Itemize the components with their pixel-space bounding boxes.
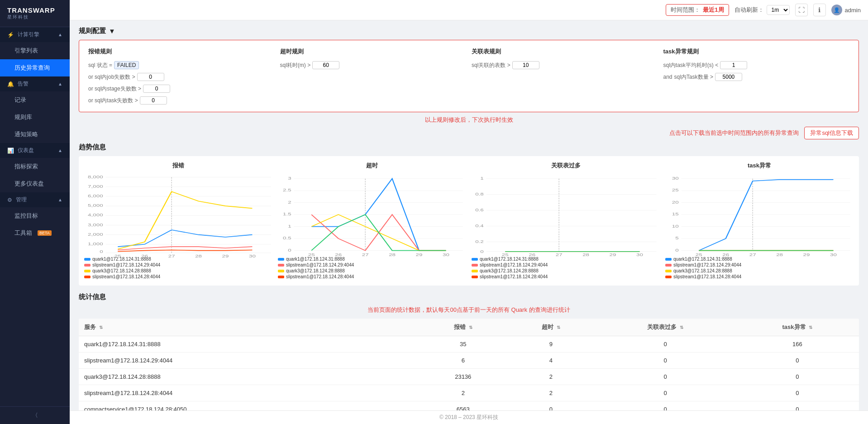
table-row: quark3@172.18.124.28:8888 23136 2 0 0 xyxy=(79,369,859,385)
auto-refresh-select[interactable]: 1m 5m off xyxy=(767,5,790,15)
svg-text:0.8: 0.8 xyxy=(475,191,484,196)
cell-timeout: 2 xyxy=(507,385,595,401)
svg-text:0.4: 0.4 xyxy=(475,223,484,228)
sidebar-item-monitor-target[interactable]: 监控目标 xyxy=(0,207,70,224)
svg-text:0.6: 0.6 xyxy=(475,207,484,212)
error-rule-or3: or sql内task失败数 > xyxy=(88,96,275,105)
col-service[interactable]: 服务 ⇅ xyxy=(79,319,419,336)
task-rule-group: task异常规则 sql内task平均耗时(s) < and sql内Task数… xyxy=(663,48,850,105)
join-chart-title: 关联表过多 xyxy=(472,162,660,170)
avatar: 👤 xyxy=(831,5,842,15)
timeout-input[interactable] xyxy=(312,61,339,69)
cell-service: quark3@172.18.124.28:8888 xyxy=(79,369,419,385)
svg-text:29: 29 xyxy=(610,252,616,257)
timeout-rule-title: 超时规则 xyxy=(280,48,467,56)
sidebar-item-compute-engine[interactable]: ⚡ 计算引擎 ▲ xyxy=(0,27,70,42)
task-input1[interactable] xyxy=(720,61,747,69)
sidebar-item-dashboard[interactable]: 📊 仪表盘 ▲ xyxy=(0,143,70,158)
task-rule-title: task异常规则 xyxy=(663,48,850,56)
sidebar-collapse-button[interactable]: 〈 xyxy=(0,406,70,424)
svg-text:28: 28 xyxy=(389,252,396,257)
sidebar: TRANSWARP 星环科技 ⚡ 计算引擎 ▲ 引擎列表 历史异常查询 🔔 告警… xyxy=(0,0,70,424)
error-rule-group: 报错规则 sql 状态 = FAILED or sql内job失败数 > or … xyxy=(88,48,275,105)
svg-text:29: 29 xyxy=(416,252,423,257)
col-error[interactable]: 报错 ⇅ xyxy=(419,319,507,336)
fullscreen-button[interactable]: ⛶ xyxy=(795,4,808,16)
svg-text:20: 20 xyxy=(672,200,679,205)
sidebar-item-records[interactable]: 记录 xyxy=(0,91,70,109)
cell-error: 23136 xyxy=(419,369,507,385)
sort-icon-error: ⇅ xyxy=(469,325,472,330)
or2-input[interactable] xyxy=(143,85,170,93)
sidebar-item-manage[interactable]: ⚙ 管理 ▲ xyxy=(0,192,70,207)
cell-join: 0 xyxy=(595,401,735,411)
task-label1: sql内task平均耗时(s) < xyxy=(663,62,719,69)
info-button[interactable]: ℹ xyxy=(813,4,826,16)
col-task[interactable]: task异常 ⇅ xyxy=(736,319,859,336)
cell-error: 6563 xyxy=(419,401,507,411)
error-rule-or2: or sql内stage失败数 > xyxy=(88,85,275,93)
cell-join: 0 xyxy=(595,369,735,385)
sidebar-item-engine-list[interactable]: 引擎列表 xyxy=(0,42,70,59)
svg-text:28: 28 xyxy=(195,253,202,258)
cell-error: 35 xyxy=(419,336,507,353)
task-chart: task异常 30 25 20 15 10 5 0 xyxy=(665,162,854,280)
cell-timeout: 2 xyxy=(507,369,595,385)
svg-text:6,000: 6,000 xyxy=(88,193,103,198)
chevron-up-icon-dashboard: ▲ xyxy=(58,148,62,153)
svg-text:27: 27 xyxy=(362,252,369,257)
svg-text:1: 1 xyxy=(288,224,291,229)
sidebar-item-history-anomaly[interactable]: 历史异常查询 xyxy=(0,59,70,76)
fullscreen-icon: ⛶ xyxy=(798,6,805,14)
timeout-label: sql耗时(m) > xyxy=(280,62,311,69)
toolbox-badge: BETA xyxy=(38,230,52,236)
time-range-selector[interactable]: 时间范围： 最近1周 xyxy=(666,4,729,16)
task-input2[interactable] xyxy=(715,73,742,81)
svg-text:27: 27 xyxy=(556,252,563,257)
download-button[interactable]: 异常sql信息下载 xyxy=(804,127,859,139)
stats-notice: 当前页面的统计数据，默认每天00点基于前一天的所有 Quark 的查询进行统计 xyxy=(79,306,859,314)
svg-text:2.5: 2.5 xyxy=(283,187,291,192)
rules-section-title: 规则配置 ▼ xyxy=(79,27,859,35)
sidebar-label-history-anomaly: 历史异常查询 xyxy=(14,64,50,72)
sidebar-item-toolbox[interactable]: 工具箱 BETA xyxy=(0,224,70,242)
task-and-kw: and xyxy=(663,74,672,80)
svg-text:4,000: 4,000 xyxy=(88,212,103,217)
svg-text:30: 30 xyxy=(830,252,837,257)
join-rule-title: 关联表规则 xyxy=(472,48,658,56)
svg-text:3: 3 xyxy=(288,176,291,181)
svg-text:0.2: 0.2 xyxy=(475,239,484,244)
col-timeout[interactable]: 超时 ⇅ xyxy=(507,319,595,336)
col-join[interactable]: 关联表过多 ⇅ xyxy=(595,319,735,336)
stats-table-header-row: 服务 ⇅ 报错 ⇅ 超时 ⇅ 关联表过多 ⇅ task异常 ⇅ xyxy=(79,319,859,336)
join-input[interactable] xyxy=(512,61,539,69)
sidebar-item-notify-policy[interactable]: 通知策略 xyxy=(0,126,70,143)
sidebar-label-monitor-target: 监控目标 xyxy=(14,212,38,220)
rules-dropdown-icon[interactable]: ▼ xyxy=(109,27,115,35)
task-rule-row1: sql内task平均耗时(s) < xyxy=(663,61,850,69)
cell-task: 0 xyxy=(736,401,859,411)
sidebar-item-alert[interactable]: 🔔 告警 ▲ xyxy=(0,76,70,91)
sidebar-item-metric-explore[interactable]: 指标探索 xyxy=(0,158,70,175)
or1-input[interactable] xyxy=(137,73,164,81)
footer-text: © 2018 – 2023 星环科技 xyxy=(439,414,498,420)
timeout-chart-area: 3 2.5 2 1.5 1 0.5 0 xyxy=(278,172,466,254)
sidebar-label-compute-engine: 计算引擎 xyxy=(18,31,39,38)
trend-section: 趋势信息 报错 8,000 7,000 6,000 5,000 4,000 xyxy=(79,143,859,286)
download-notice-text: 点击可以下载当前选中时间范围内的所有异常查询 xyxy=(669,129,799,137)
svg-text:28: 28 xyxy=(582,252,589,257)
sidebar-label-more-dashboard: 更多仪表盘 xyxy=(14,180,44,188)
stats-section-title: 统计信息 xyxy=(79,293,859,301)
svg-text:27: 27 xyxy=(168,253,175,258)
svg-text:15: 15 xyxy=(672,211,679,216)
cell-task: 166 xyxy=(736,336,859,353)
main-area: 时间范围： 最近1周 自动刷新： 1m 5m off ⛶ ℹ 👤 admin xyxy=(70,0,868,424)
svg-text:28: 28 xyxy=(776,252,783,257)
cell-join: 0 xyxy=(595,353,735,369)
sidebar-item-rule-library[interactable]: 规则库 xyxy=(0,109,70,126)
sidebar-item-more-dashboard[interactable]: 更多仪表盘 xyxy=(0,175,70,192)
svg-text:7,000: 7,000 xyxy=(88,184,103,189)
footer: © 2018 – 2023 星环科技 xyxy=(70,410,868,424)
task-chart-area: 30 25 20 15 10 5 0 xyxy=(665,172,854,254)
or3-input[interactable] xyxy=(140,96,167,105)
